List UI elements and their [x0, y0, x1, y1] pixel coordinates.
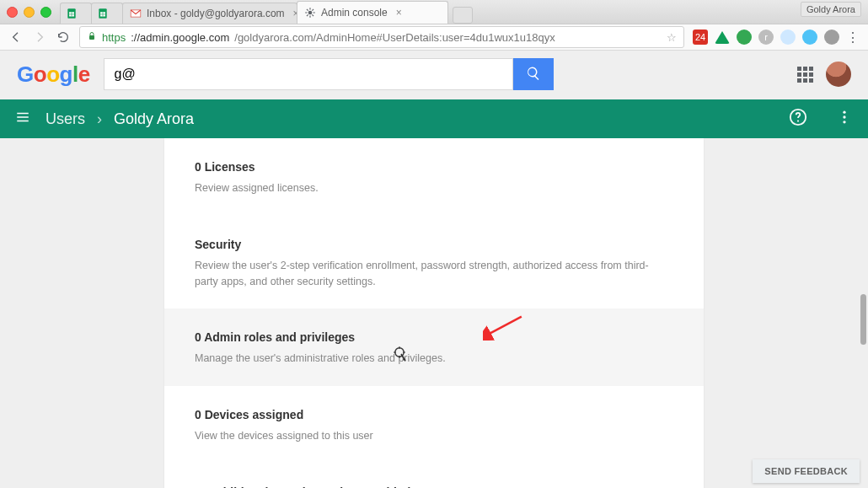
search-input[interactable]: [104, 58, 513, 90]
search-button[interactable]: [513, 58, 554, 90]
section-description: Review assigned licenses.: [195, 180, 650, 196]
cloud-extension-icon-2[interactable]: [802, 29, 817, 45]
calendar-extension-icon[interactable]: 24: [693, 29, 708, 45]
url-host: ://admin.google.com: [131, 31, 229, 44]
admin-toolbar: Users › Goldy Arora: [0, 99, 868, 138]
browser-tab-inbox[interactable]: Inbox - goldy@goldyarora.com ×: [122, 3, 297, 24]
search-container: [104, 58, 554, 90]
svg-line-24: [487, 317, 522, 335]
tab-strip: Inbox - goldy@goldyarora.com × Admin con…: [60, 0, 473, 24]
hamburger-menu-icon[interactable]: [15, 110, 30, 128]
secure-lock-icon: [87, 31, 97, 43]
svg-point-20: [797, 120, 799, 121]
annotation-arrow-icon: [483, 315, 525, 344]
chrome-profile-badge[interactable]: Goldy Arora: [801, 2, 861, 17]
scrollbar-thumb[interactable]: [860, 294, 866, 345]
content-area: 0 Licenses Review assigned licenses. Sec…: [0, 138, 868, 488]
svg-rect-18: [89, 35, 94, 40]
url-path: /goldyarora.com/AdminHome#UserDetails:us…: [234, 31, 555, 44]
svg-line-15: [312, 14, 313, 16]
section-description: View the devices assigned to this user: [195, 428, 650, 444]
window-controls: [7, 7, 51, 18]
svg-line-16: [307, 14, 308, 16]
svg-point-23: [843, 121, 845, 123]
chrome-menu-icon[interactable]: ⋮: [846, 29, 860, 46]
breadcrumb: Users › Goldy Arora: [46, 110, 194, 128]
more-vert-icon[interactable]: [836, 109, 853, 129]
gmail-icon: [130, 8, 142, 19]
svg-line-14: [307, 9, 308, 11]
section-title: 0 Licenses: [195, 160, 673, 174]
chevron-right-icon: ›: [97, 110, 102, 128]
address-bar[interactable]: https ://admin.google.com /goldyarora.co…: [79, 26, 684, 48]
svg-point-21: [843, 111, 845, 114]
section-security[interactable]: Security Review the user's 2-step verifi…: [164, 216, 704, 309]
sheets-icon: [66, 8, 78, 19]
section-admin-roles[interactable]: 0 Admin roles and privileges Manage the …: [164, 308, 704, 386]
search-icon: [526, 66, 541, 83]
section-description: Manage the user's administrative roles a…: [195, 351, 650, 367]
breadcrumb-parent[interactable]: Users: [46, 110, 85, 128]
section-licenses[interactable]: 0 Licenses Review assigned licenses.: [164, 138, 704, 216]
extensions-row: 24 r ⋮: [693, 29, 860, 46]
user-details-card: 0 Licenses Review assigned licenses. Sec…: [164, 138, 704, 488]
google-apps-icon[interactable]: [797, 67, 812, 82]
section-additional-services[interactable]: 48 Additional Google services enabled Re…: [164, 464, 704, 488]
green-extension-icon[interactable]: [737, 29, 752, 45]
section-title: 0 Devices assigned: [195, 408, 673, 421]
svg-line-17: [312, 9, 313, 11]
url-protocol: https: [102, 31, 126, 44]
minimize-window-icon[interactable]: [24, 7, 35, 18]
new-tab-button[interactable]: [453, 7, 473, 24]
close-window-icon[interactable]: [7, 7, 18, 18]
back-button[interactable]: [8, 29, 24, 45]
section-title: 0 Admin roles and privileges: [195, 330, 673, 344]
section-description: Review the user's 2-step verification en…: [195, 258, 650, 290]
browser-tab-sheets-2[interactable]: [91, 3, 123, 24]
google-logo[interactable]: Google: [17, 62, 90, 88]
cloud-extension-icon-1[interactable]: [780, 29, 796, 45]
admin-console-app: Google Users › Goldy Arora: [0, 51, 868, 488]
send-feedback-button[interactable]: SEND FEEDBACK: [753, 459, 860, 483]
browser-chrome: Inbox - goldy@goldyarora.com × Admin con…: [0, 0, 868, 51]
tab-label: Inbox - goldy@goldyarora.com: [147, 8, 285, 19]
browser-tab-sheets-1[interactable]: [60, 3, 92, 24]
maximize-window-icon[interactable]: [40, 7, 51, 18]
window-titlebar: Inbox - goldy@goldyarora.com × Admin con…: [0, 0, 868, 24]
section-title: Security: [195, 238, 673, 251]
section-devices[interactable]: 0 Devices assigned View the devices assi…: [164, 386, 704, 464]
sheets-icon: [97, 8, 109, 19]
svg-point-9: [308, 11, 313, 15]
breadcrumb-current: Goldy Arora: [114, 110, 194, 128]
browser-toolbar: https ://admin.google.com /goldyarora.co…: [0, 24, 868, 51]
reload-button[interactable]: [56, 29, 71, 45]
close-tab-icon[interactable]: ×: [396, 7, 402, 19]
google-admin-icon: [304, 7, 316, 19]
google-header: Google: [0, 51, 868, 99]
svg-point-22: [843, 115, 845, 118]
drive-extension-icon[interactable]: [715, 31, 730, 44]
help-icon[interactable]: [789, 108, 807, 130]
extension-icon-r[interactable]: r: [758, 29, 774, 45]
bookmark-star-icon[interactable]: ☆: [667, 31, 677, 44]
account-avatar[interactable]: [826, 62, 851, 87]
forward-button[interactable]: [32, 29, 47, 45]
circle-extension-icon[interactable]: [824, 29, 839, 45]
tab-label: Admin console: [321, 7, 388, 19]
browser-tab-admin[interactable]: Admin console ×: [297, 1, 448, 24]
